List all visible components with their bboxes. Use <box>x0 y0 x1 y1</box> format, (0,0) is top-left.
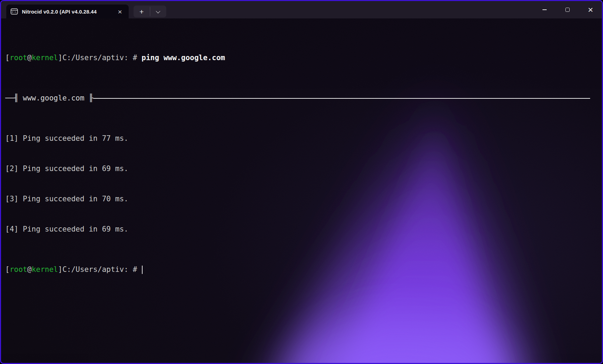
prompt-user: root <box>10 53 27 63</box>
prompt-path: C:/Users/aptiv: # <box>62 265 142 275</box>
chevron-down-icon <box>156 9 160 13</box>
maximize-icon <box>565 8 570 12</box>
tab-nitrocid[interactable]: C:\ Nitrocid v0.2.0 (API v4.0.28.44 × <box>6 5 129 18</box>
separator-lead: ──╢ <box>5 93 23 103</box>
separator-trail: ╟ <box>85 93 93 103</box>
prompt-at: @ <box>27 265 32 275</box>
maximize-button[interactable] <box>556 1 579 18</box>
separator-line: ──╢ www.google.com ╟ <box>5 93 602 103</box>
new-tab-group: + <box>134 6 166 17</box>
close-icon: × <box>588 5 593 14</box>
prompt-line-command: [root@kernel]C:/Users/aptiv: # ping www.… <box>5 53 602 63</box>
terminal-output: [root@kernel]C:/Users/aptiv: # ping www.… <box>1 18 602 363</box>
minimize-icon <box>542 9 547 10</box>
prompt-bracket: [ <box>5 53 10 63</box>
close-button[interactable]: × <box>579 1 602 18</box>
prompt-bracket: [ <box>5 265 10 275</box>
tab-close-icon[interactable]: × <box>115 7 124 16</box>
minimize-button[interactable] <box>533 1 556 18</box>
text-cursor <box>142 266 143 274</box>
prompt-bracket-close: ] <box>58 53 63 63</box>
new-tab-button[interactable]: + <box>134 6 150 17</box>
tab-title: Nitrocid v0.2.0 (API v4.0.28.44 <box>22 9 113 15</box>
prompt-user: root <box>10 265 27 275</box>
app-window: C:\ Nitrocid v0.2.0 (API v4.0.28.44 × + <box>0 0 603 364</box>
prompt-host: kernel <box>32 53 58 63</box>
terminal-window: C:\ Nitrocid v0.2.0 (API v4.0.28.44 × + <box>0 0 603 364</box>
svg-text:C:\: C:\ <box>12 11 17 14</box>
titlebar-drag-area[interactable] <box>166 1 533 18</box>
ping-result-1: [1] Ping succeeded in 77 ms. <box>5 134 602 144</box>
ping-result-3: [3] Ping succeeded in 70 ms. <box>5 194 602 204</box>
prompt-line-active: [root@kernel]C:/Users/aptiv: # <box>5 265 602 275</box>
terminal-viewport[interactable]: [root@kernel]C:/Users/aptiv: # ping www.… <box>1 18 602 363</box>
prompt-host: kernel <box>32 265 58 275</box>
command-text: ping www.google.com <box>142 53 225 63</box>
prompt-bracket-close: ] <box>58 265 63 275</box>
prompt-at: @ <box>27 53 32 63</box>
ping-result-4: [4] Ping succeeded in 69 ms. <box>5 224 602 234</box>
prompt-path: C:/Users/aptiv: # <box>62 53 142 63</box>
tab-dropdown-button[interactable] <box>150 6 166 17</box>
titlebar[interactable]: C:\ Nitrocid v0.2.0 (API v4.0.28.44 × + <box>1 1 602 18</box>
ping-result-2: [2] Ping succeeded in 69 ms. <box>5 164 602 174</box>
separator-rule <box>93 98 590 99</box>
window-controls: × <box>533 1 602 18</box>
command-prompt-icon: C:\ <box>10 8 18 15</box>
separator-label: www.google.com <box>23 93 85 103</box>
